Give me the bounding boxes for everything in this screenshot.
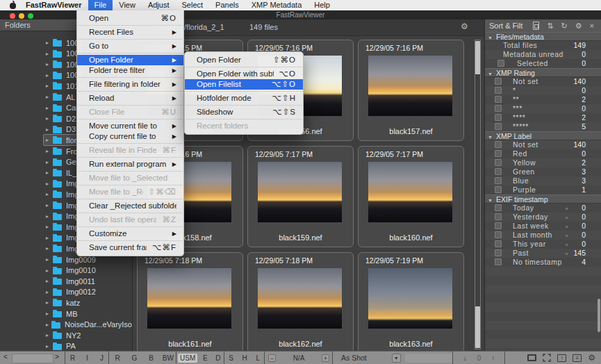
menubar-item-fastrawviewer[interactable]: FastRawViewer — [19, 0, 88, 10]
fullscreen-icon[interactable] — [543, 354, 551, 362]
expand-arrow-icon[interactable]: ▸ — [46, 299, 53, 306]
white-balance-dropdown[interactable]: ▾ — [392, 354, 401, 363]
thumbnail-cell-black162-nef[interactable]: 12/29/05 7:18 PMblack162.nef — [247, 252, 354, 351]
filter-checkbox[interactable] — [495, 222, 502, 229]
expand-arrow-icon[interactable]: ▸ — [46, 61, 53, 67]
expand-arrow-icon[interactable]: ▸ — [46, 126, 53, 133]
filter-row-green[interactable]: Green3 — [485, 167, 601, 176]
menubar-item-help[interactable]: Help — [308, 0, 336, 10]
menu-item-open-folder-with-subfolders[interactable]: Open Folder with subfolders⌥O — [185, 69, 303, 79]
filter-checkbox[interactable] — [495, 96, 502, 103]
expand-arrow-icon[interactable]: ▸ — [46, 289, 53, 295]
filter-row-blue[interactable]: Blue3 — [485, 176, 601, 185]
filter-row-this-year[interactable]: This year«0 — [485, 240, 601, 249]
filter-checkbox[interactable] — [495, 159, 502, 166]
close-icon[interactable]: × — [590, 22, 594, 30]
filter-row-[interactable]: *****5 — [485, 122, 601, 131]
filter-checkbox[interactable] — [495, 78, 502, 85]
expand-arrow-icon[interactable]: ▸ — [46, 256, 53, 263]
rectangle-icon[interactable] — [527, 354, 536, 361]
filter-checkbox[interactable] — [495, 249, 502, 256]
filter-section-header-xmp-label[interactable]: ▼XMP Label — [485, 131, 601, 140]
sidebar-folder-noisedar-evaryiso-26[interactable]: ▸NoiseDar...eVaryIso — [0, 320, 132, 330]
filter-checkbox[interactable] — [495, 105, 502, 112]
scroll-right-arrow[interactable]: > — [55, 353, 59, 361]
filter-row-red[interactable]: Red0 — [485, 149, 601, 158]
menu-item-folder-tree-filter[interactable]: Folder tree filter▶ — [77, 65, 183, 76]
menu-item-run-external-program[interactable]: Run external program▶ — [77, 159, 183, 169]
filter-checkbox[interactable] — [495, 231, 502, 238]
panel-lines-icon[interactable]: ≡ — [573, 354, 582, 362]
filter-row-yesterday[interactable]: Yesterday«0 — [485, 213, 601, 222]
move-up-arrow[interactable]: ↑ — [491, 354, 495, 362]
thumbnail-cell-black157-nef[interactable]: 12/29/05 7:16 PMblack157.nef — [358, 40, 464, 141]
menubar-item-xmp-metadata[interactable]: XMP Metadata — [245, 0, 308, 10]
thumbnail-image[interactable] — [368, 56, 452, 116]
filter-section-header-xmp-rating[interactable]: ▼XMP Rating — [485, 68, 601, 77]
filter-row-total-files[interactable]: Total files149 — [485, 41, 601, 50]
toolbar-toggle-l[interactable]: L — [252, 354, 265, 362]
expand-arrow-icon[interactable]: ▸ — [46, 343, 53, 349]
menu-item-go-to[interactable]: Go to▶ — [77, 41, 183, 51]
scrollbar-thumb[interactable] — [475, 306, 480, 348]
menubar-item-file[interactable]: File — [88, 0, 113, 10]
expand-arrow-icon[interactable]: ▸ — [46, 72, 53, 78]
sidebar-folder-img0011-22[interactable]: ▸Img0011 — [0, 276, 132, 286]
filter-checkbox[interactable] — [495, 258, 502, 265]
filter-row-metadata-unread[interactable]: Metadata unread0 — [485, 50, 601, 59]
thumbnail-cell-black160-nef[interactable]: 12/29/05 7:17 PMblack160.nef — [358, 146, 464, 247]
expand-arrow-icon[interactable]: ▸ — [46, 213, 53, 220]
expand-arrow-icon[interactable]: ▸ — [46, 115, 53, 122]
filter-checkbox[interactable] — [495, 123, 502, 130]
expand-arrow-icon[interactable]: ▸ — [46, 94, 53, 100]
filter-checkbox[interactable] — [495, 141, 502, 148]
export-up-icon[interactable]: ↑ — [557, 354, 566, 362]
expand-arrow-icon[interactable]: ▸ — [46, 51, 53, 57]
scrollbar-thumb[interactable] — [12, 354, 53, 363]
filter-row-[interactable]: ***0 — [485, 104, 601, 113]
menubar-item-adjust[interactable]: Adjust — [142, 0, 176, 10]
thumbnail-image[interactable] — [147, 268, 231, 329]
toolbar-toggle-r[interactable]: R — [109, 354, 126, 362]
menu-item-open-folder[interactable]: Open Folder▶ — [77, 55, 183, 65]
menu-item-file-filtering-in-folder[interactable]: File filtering in folder▶ — [77, 79, 183, 90]
toolbar-toggle-r[interactable]: R — [65, 354, 80, 362]
expand-arrow-icon[interactable]: ▸ — [46, 332, 53, 338]
toolbar-toggle-d[interactable]: D — [212, 354, 224, 362]
sidebar-folder-katz-24[interactable]: ▸katz — [0, 297, 132, 308]
sidebar-horizontal-scrollbar[interactable]: < > — [0, 351, 64, 364]
toolbar-toggle-e[interactable]: E — [199, 354, 211, 362]
expand-arrow-icon[interactable]: ▸ — [46, 137, 53, 143]
expand-arrow-icon[interactable]: ▸ — [46, 202, 53, 208]
menu-item-open-folder[interactable]: Open Folder⇧⌘O — [185, 55, 303, 65]
menu-item-open-filelist[interactable]: Open Filelist⌥⇧O — [185, 79, 303, 90]
gear-icon[interactable]: ⚙ — [575, 22, 582, 30]
toolbar-toggle-usm[interactable]: USM — [178, 354, 197, 363]
filter-checkbox[interactable] — [495, 240, 502, 247]
menu-item-reload[interactable]: Reload▶ — [77, 93, 183, 104]
filter-row-not-set[interactable]: Not set140 — [485, 140, 601, 149]
thumbnail-image[interactable] — [368, 162, 452, 222]
move-down-arrow[interactable]: ↓ — [463, 354, 467, 362]
toolbar-toggle-g[interactable]: G — [126, 354, 142, 362]
filter-row-last-week[interactable]: Last week«0 — [485, 222, 601, 231]
menu-item-recent-files[interactable]: Recent Files▶ — [77, 27, 183, 38]
expand-arrow-icon[interactable]: ▸ — [46, 169, 53, 176]
filter-checkbox[interactable] — [495, 150, 502, 157]
settings-gear-icon[interactable]: ⚙ — [588, 354, 595, 362]
sidebar-folder-ny2-27[interactable]: ▸NY2 — [0, 330, 132, 340]
scroll-left-arrow[interactable]: < — [3, 353, 8, 361]
scrollbar-thumb[interactable] — [475, 41, 480, 74]
toolbar-toggle-s[interactable]: S — [224, 354, 238, 362]
expand-arrow-icon[interactable]: ▸ — [46, 148, 53, 154]
toolbar-toggle-h[interactable]: H — [238, 354, 251, 362]
menu-item-clear-rejected-subfolder[interactable]: Clear _Rejected subfolder — [77, 201, 183, 211]
filter-checkbox[interactable] — [495, 114, 502, 121]
menubar-item-panels[interactable]: Panels — [209, 0, 245, 10]
filter-checkbox[interactable] — [495, 213, 502, 220]
expand-arrow-icon[interactable]: ▸ — [46, 311, 53, 317]
file-icon[interactable] — [533, 22, 539, 30]
filter-checkbox[interactable] — [495, 168, 502, 175]
menu-item-slideshow[interactable]: Slideshow⌥⇧S — [185, 107, 303, 117]
filter-panel-scrollbar[interactable] — [598, 299, 600, 332]
